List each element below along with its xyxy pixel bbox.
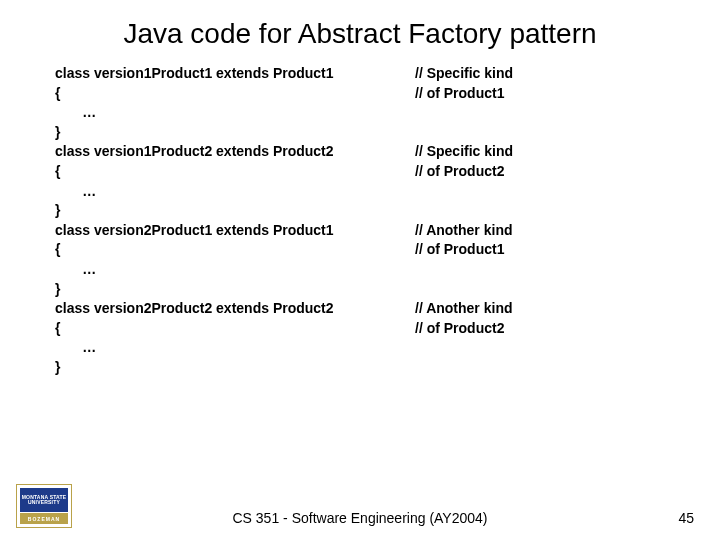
- code-comment: // Another kind: [415, 299, 512, 319]
- code-text: {: [55, 162, 415, 182]
- code-text: }: [55, 201, 415, 221]
- code-line: }: [55, 201, 680, 221]
- code-text: }: [55, 123, 415, 143]
- code-line: }: [55, 358, 680, 378]
- code-line: class version2Product2 extends Product2/…: [55, 299, 680, 319]
- slide-title: Java code for Abstract Factory pattern: [0, 18, 720, 50]
- code-line: class version1Product2 extends Product2/…: [55, 142, 680, 162]
- code-line: {// of Product2: [55, 162, 680, 182]
- code-comment: // of Product1: [415, 240, 504, 260]
- code-comment: // of Product2: [415, 319, 504, 339]
- code-comment: // Specific kind: [415, 64, 513, 84]
- code-text: …: [55, 103, 415, 123]
- code-text: {: [55, 84, 415, 104]
- code-text: }: [55, 280, 415, 300]
- code-line: {// of Product2: [55, 319, 680, 339]
- code-line: …: [55, 103, 680, 123]
- code-line: …: [55, 338, 680, 358]
- code-comment: // of Product2: [415, 162, 504, 182]
- logo-top: MONTANA STATE UNIVERSITY: [20, 488, 68, 512]
- code-line: }: [55, 280, 680, 300]
- code-text: …: [55, 182, 415, 202]
- code-text: class version1Product2 extends Product2: [55, 142, 415, 162]
- code-comment: // Specific kind: [415, 142, 513, 162]
- logo-top-text: MONTANA STATE UNIVERSITY: [20, 495, 68, 506]
- code-comment: // Another kind: [415, 221, 512, 241]
- code-text: }: [55, 358, 415, 378]
- code-text: {: [55, 319, 415, 339]
- code-text: {: [55, 240, 415, 260]
- code-text: …: [55, 260, 415, 280]
- code-line: …: [55, 182, 680, 202]
- slide-number: 45: [678, 510, 694, 526]
- code-text: class version1Product1 extends Product1: [55, 64, 415, 84]
- code-text: class version2Product1 extends Product1: [55, 221, 415, 241]
- code-text: class version2Product2 extends Product2: [55, 299, 415, 319]
- code-line: }: [55, 123, 680, 143]
- code-comment: // of Product1: [415, 84, 504, 104]
- code-line: class version1Product1 extends Product1/…: [55, 64, 680, 84]
- code-line: class version2Product1 extends Product1/…: [55, 221, 680, 241]
- code-line: …: [55, 260, 680, 280]
- code-text: …: [55, 338, 415, 358]
- code-block: class version1Product1 extends Product1/…: [55, 64, 680, 378]
- montana-state-logo: MONTANA STATE UNIVERSITY BOZEMAN: [16, 484, 72, 528]
- code-line: {// of Product1: [55, 240, 680, 260]
- logo-bottom: BOZEMAN: [20, 513, 68, 524]
- footer-text: CS 351 - Software Engineering (AY2004): [0, 510, 720, 526]
- code-line: {// of Product1: [55, 84, 680, 104]
